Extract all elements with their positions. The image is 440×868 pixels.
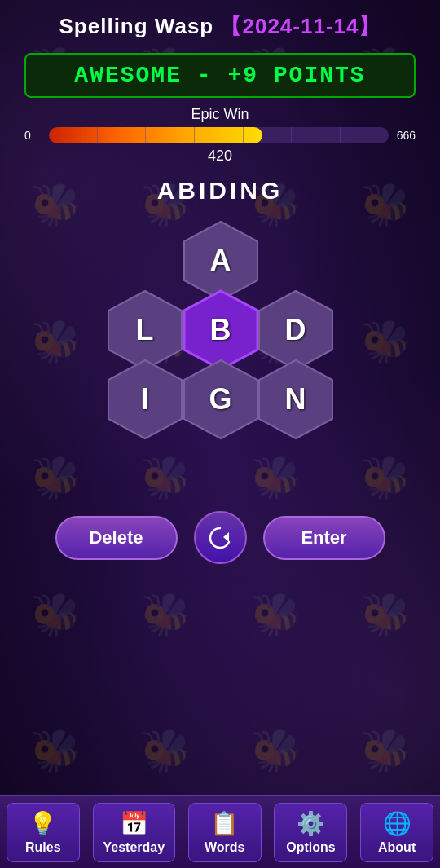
enter-button[interactable]: Enter: [263, 516, 385, 560]
progress-max: 666: [397, 129, 416, 142]
hex-cell-I[interactable]: I: [102, 356, 187, 442]
letter-B: B: [210, 313, 231, 347]
hex-cell-G[interactable]: G: [178, 356, 263, 442]
words-icon: 📋: [210, 810, 239, 837]
nav-item-words[interactable]: 📋 Words: [188, 803, 262, 862]
delete-button[interactable]: Delete: [55, 516, 178, 560]
nav-label-options: Options: [286, 840, 335, 855]
header: Spelling Wasp 【2024-11-14】: [0, 0, 440, 49]
page-title: Spelling Wasp 【2024-11-14】: [59, 14, 381, 38]
letter-L: L: [136, 313, 154, 347]
nav-item-rules[interactable]: 💡 Rules: [7, 803, 80, 862]
nav-label-rules: Rules: [25, 840, 61, 855]
nav-item-yesterday[interactable]: 📅 Yesterday: [93, 803, 176, 862]
current-word-display: ABIDING: [157, 177, 284, 209]
hex-grid: A L B D: [81, 218, 359, 495]
letter-D: D: [285, 313, 306, 347]
progress-min: 0: [24, 129, 41, 142]
bottom-nav: 💡 Rules 📅 Yesterday 📋 Words ⚙️ Options 🌐…: [0, 795, 440, 868]
nav-item-options[interactable]: ⚙️ Options: [274, 803, 347, 862]
nav-label-about: About: [378, 840, 416, 855]
score-text: AWESOME - +9 POINTS: [42, 63, 398, 88]
progress-area: Epic Win 0 666 420: [24, 106, 416, 165]
letter-I: I: [140, 382, 148, 416]
letter-A: A: [210, 244, 231, 278]
refresh-button[interactable]: [194, 511, 247, 564]
progress-bar-container: [49, 127, 389, 143]
progress-ticks: [49, 127, 389, 143]
epic-win-label: Epic Win: [24, 106, 416, 123]
title-date: 【2024-11-14】: [220, 14, 381, 38]
letter-N: N: [285, 382, 306, 416]
about-icon: 🌐: [383, 810, 411, 837]
hex-cell-N[interactable]: N: [253, 356, 338, 442]
title-text: Spelling Wasp: [59, 14, 214, 38]
action-buttons: Delete Enter: [55, 511, 385, 564]
score-display: AWESOME - +9 POINTS: [24, 53, 416, 98]
yesterday-icon: 📅: [120, 810, 148, 837]
nav-label-words: Words: [205, 840, 244, 855]
options-icon: ⚙️: [297, 810, 325, 837]
letter-G: G: [209, 382, 231, 416]
rules-icon: 💡: [29, 810, 57, 837]
progress-value: 420: [24, 148, 416, 165]
svg-marker-7: [223, 532, 229, 542]
nav-item-about[interactable]: 🌐 About: [360, 803, 433, 862]
progress-row: 0 666: [24, 127, 416, 143]
nav-label-yesterday: Yesterday: [103, 840, 165, 855]
